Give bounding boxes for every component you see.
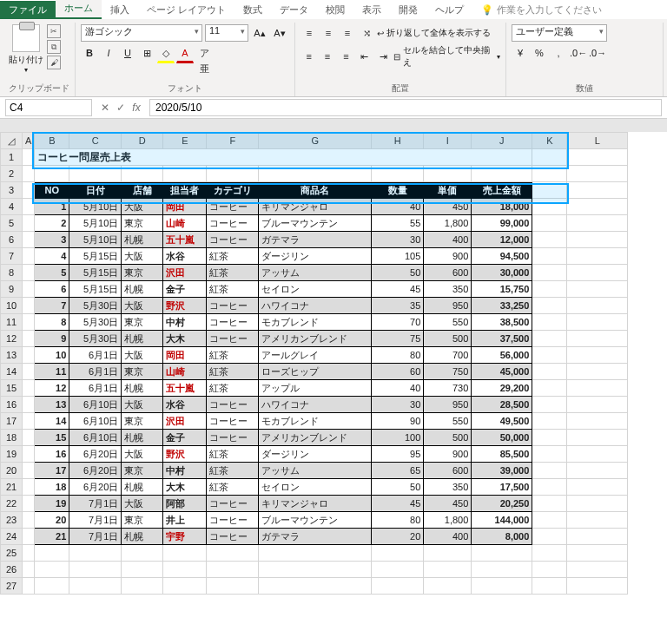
cell[interactable]: 紅茶: [207, 463, 259, 479]
cell[interactable]: 39,000: [472, 463, 532, 479]
row-header[interactable]: 11: [1, 314, 23, 331]
cell[interactable]: ガテマラ: [259, 529, 372, 545]
row-header[interactable]: 6: [1, 232, 23, 248]
cell[interactable]: ガテマラ: [259, 232, 372, 248]
cell[interactable]: 65: [372, 463, 424, 479]
cell[interactable]: [35, 166, 69, 182]
cell[interactable]: 100: [372, 430, 424, 446]
indent-decrease-icon[interactable]: ⇤: [356, 48, 373, 65]
cell[interactable]: [532, 479, 567, 496]
cell[interactable]: 紅茶: [207, 364, 259, 380]
tab-home[interactable]: ホーム: [56, 0, 102, 19]
col-header[interactable]: A: [23, 133, 35, 149]
cell[interactable]: コーヒー: [207, 397, 259, 413]
cell[interactable]: [207, 562, 259, 578]
cell[interactable]: [23, 496, 35, 512]
cell[interactable]: [532, 281, 567, 298]
row-header[interactable]: 8: [1, 265, 23, 281]
cell[interactable]: 大阪: [122, 496, 163, 512]
cell[interactable]: [69, 562, 122, 578]
row-header[interactable]: 1: [1, 149, 23, 166]
cell[interactable]: 紅茶: [207, 347, 259, 364]
cell[interactable]: 38,500: [472, 314, 532, 331]
cell[interactable]: [69, 578, 122, 595]
cell[interactable]: [23, 298, 35, 314]
cell[interactable]: 東京: [122, 512, 163, 529]
cell[interactable]: [23, 265, 35, 281]
cell[interactable]: [372, 562, 424, 578]
tab-developer[interactable]: 開発: [390, 1, 426, 19]
cell[interactable]: [207, 545, 259, 562]
tab-formulas[interactable]: 数式: [234, 1, 271, 19]
cell[interactable]: [567, 199, 628, 215]
cell[interactable]: [23, 331, 35, 347]
cell[interactable]: コーヒー: [207, 314, 259, 331]
cell[interactable]: 600: [424, 265, 472, 281]
col-header[interactable]: L: [567, 133, 628, 149]
row-header[interactable]: 13: [1, 347, 23, 364]
cell[interactable]: 水谷: [163, 248, 207, 265]
cell[interactable]: 5月30日: [69, 331, 122, 347]
header-cell[interactable]: 担当者: [163, 182, 207, 199]
cell[interactable]: 45: [372, 496, 424, 512]
orientation-icon[interactable]: ⤭: [358, 24, 375, 42]
cell[interactable]: [259, 545, 372, 562]
cell[interactable]: 5月30日: [69, 314, 122, 331]
fill-color-button[interactable]: ◇: [157, 44, 175, 63]
cell[interactable]: [23, 529, 35, 545]
row-header[interactable]: 17: [1, 413, 23, 430]
cell[interactable]: 6月20日: [69, 463, 122, 479]
cell[interactable]: 東京: [122, 364, 163, 380]
cell[interactable]: 大阪: [122, 397, 163, 413]
row-header[interactable]: 19: [1, 446, 23, 463]
cell[interactable]: 紅茶: [207, 265, 259, 281]
cell[interactable]: 山崎: [163, 215, 207, 232]
row-header[interactable]: 15: [1, 380, 23, 397]
cell[interactable]: ハワイコナ: [259, 298, 372, 314]
cell[interactable]: [532, 199, 567, 215]
col-header[interactable]: H: [372, 133, 424, 149]
cell[interactable]: 20,250: [472, 496, 532, 512]
italic-button[interactable]: I: [100, 44, 117, 62]
cell[interactable]: コーヒー: [207, 298, 259, 314]
cell[interactable]: ブルーマウンテン: [259, 215, 372, 232]
header-cell[interactable]: 日付: [69, 182, 122, 199]
header-cell[interactable]: カテゴリ: [207, 182, 259, 199]
cell[interactable]: [532, 430, 567, 446]
cell[interactable]: [23, 430, 35, 446]
cell[interactable]: 8: [35, 314, 69, 331]
cell[interactable]: [567, 347, 628, 364]
cell[interactable]: 75: [372, 331, 424, 347]
decrease-decimal-icon[interactable]: .0→: [588, 44, 605, 62]
cell[interactable]: ダージリン: [259, 248, 372, 265]
cell[interactable]: [163, 562, 207, 578]
cell[interactable]: [122, 562, 163, 578]
col-header[interactable]: C: [69, 133, 122, 149]
cell[interactable]: [567, 562, 628, 578]
cell[interactable]: 山崎: [163, 364, 207, 380]
row-header[interactable]: 27: [1, 578, 23, 595]
cell[interactable]: 900: [424, 446, 472, 463]
cell[interactable]: [163, 578, 207, 595]
cell[interactable]: [23, 562, 35, 578]
cell[interactable]: 45,000: [472, 364, 532, 380]
cell[interactable]: コーヒー: [207, 512, 259, 529]
cell[interactable]: [69, 166, 122, 182]
cell[interactable]: 700: [424, 347, 472, 364]
cell[interactable]: 40: [372, 199, 424, 215]
row-header[interactable]: 5: [1, 215, 23, 232]
align-bottom-icon[interactable]: ≡: [339, 24, 356, 42]
cell[interactable]: 12: [35, 380, 69, 397]
cell[interactable]: [424, 545, 472, 562]
cell[interactable]: 950: [424, 397, 472, 413]
format-painter-icon[interactable]: 🖌: [47, 56, 61, 69]
fx-icon[interactable]: fx: [129, 102, 144, 114]
cell[interactable]: [23, 281, 35, 298]
worksheet[interactable]: ◿ A B C D E F G H I J K L 1コーヒー問屋売上表23NO…: [0, 132, 667, 644]
cell[interactable]: コーヒー: [207, 215, 259, 232]
wrap-text-button[interactable]: ↩折り返して全体を表示する: [377, 27, 491, 39]
cell[interactable]: 730: [424, 380, 472, 397]
tab-insert[interactable]: 挿入: [102, 1, 138, 19]
cell[interactable]: 6月1日: [69, 380, 122, 397]
row-header[interactable]: 21: [1, 479, 23, 496]
